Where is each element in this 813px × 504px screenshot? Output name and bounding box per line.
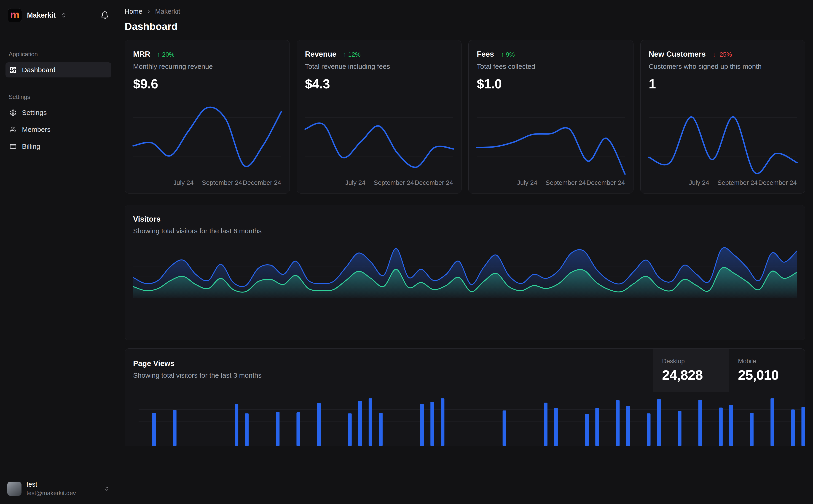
page-views-bar-chart bbox=[138, 397, 805, 446]
stat-description: Customers who signed up this month bbox=[649, 63, 797, 70]
makerkit-logo: m bbox=[8, 8, 22, 22]
sidebar: m Makerkit Application Dashboard bbox=[0, 0, 117, 504]
sidebar-item-label: Members bbox=[22, 126, 50, 133]
visitors-subtitle: Showing total visitors for the last 6 mo… bbox=[133, 227, 797, 235]
avatar bbox=[7, 482, 21, 496]
sidebar-item-settings[interactable]: Settings bbox=[5, 105, 111, 120]
sidebar-nav: Application Dashboard Settings Settings … bbox=[5, 51, 111, 156]
stat-title: Fees bbox=[477, 50, 494, 58]
users-icon bbox=[10, 126, 16, 133]
mrr-sparkline-chart bbox=[133, 98, 281, 176]
x-axis-labels: July 24 September 24 December 24 bbox=[133, 176, 281, 187]
stat-description: Total fees collected bbox=[477, 63, 625, 70]
sidebar-item-label: Billing bbox=[22, 143, 40, 150]
chevrons-up-down-icon bbox=[61, 12, 67, 18]
stat-value: $4.3 bbox=[305, 76, 453, 91]
nav-section-settings: Settings bbox=[5, 93, 111, 101]
breadcrumb-home[interactable]: Home bbox=[125, 8, 142, 15]
tab-value: 24,828 bbox=[662, 367, 720, 383]
arrow-up-icon: ↑ bbox=[157, 51, 160, 58]
sidebar-item-members[interactable]: Members bbox=[5, 122, 111, 137]
new-customers-sparkline-chart bbox=[649, 98, 797, 176]
sidebar-item-label: Dashboard bbox=[22, 66, 56, 74]
x-axis-labels: July 24 September 24 December 24 bbox=[649, 176, 797, 187]
stat-value: $1.0 bbox=[477, 76, 625, 91]
gear-icon bbox=[10, 109, 16, 116]
page-title: Dashboard bbox=[125, 21, 805, 32]
org-switcher[interactable]: m Makerkit bbox=[8, 8, 67, 22]
stat-change-badge: ↑ 20% bbox=[157, 51, 174, 58]
stat-title: Revenue bbox=[305, 50, 337, 58]
bell-icon bbox=[100, 11, 109, 20]
tab-value: 25,010 bbox=[738, 367, 796, 383]
nav-section-application: Application bbox=[5, 51, 111, 58]
visitors-area-chart bbox=[133, 245, 797, 361]
dashboard-grid-icon bbox=[10, 66, 16, 73]
tab-desktop[interactable]: Desktop 24,828 bbox=[653, 349, 729, 392]
stat-description: Total revenue including fees bbox=[305, 63, 453, 70]
notifications-bell-button[interactable] bbox=[100, 11, 109, 20]
visitors-card: Visitors Showing total visitors for the … bbox=[125, 205, 805, 340]
sidebar-item-billing[interactable]: Billing bbox=[5, 139, 111, 154]
stat-value: 1 bbox=[649, 76, 797, 91]
breadcrumb: Home Makerkit bbox=[125, 8, 805, 15]
org-name: Makerkit bbox=[27, 11, 56, 19]
x-axis-labels: July 24 September 24 December 24 bbox=[477, 176, 625, 187]
page-views-title: Page Views bbox=[133, 359, 645, 368]
stat-change-badge: ↓ -25% bbox=[713, 51, 732, 58]
sidebar-item-label: Settings bbox=[22, 109, 47, 117]
fees-sparkline-chart bbox=[477, 98, 625, 176]
sidebar-item-dashboard[interactable]: Dashboard bbox=[5, 62, 111, 77]
arrow-up-icon: ↑ bbox=[501, 51, 504, 58]
chevron-right-icon bbox=[146, 9, 151, 14]
credit-card-icon bbox=[10, 143, 16, 150]
logo-letter: m bbox=[10, 9, 20, 20]
user-menu[interactable]: test test@makerkit.dev bbox=[5, 479, 111, 498]
stat-card-mrr: MRR ↑ 20% Monthly recurring revenue $9.6… bbox=[125, 40, 290, 194]
user-email: test@makerkit.dev bbox=[27, 490, 76, 497]
stat-title: MRR bbox=[133, 50, 150, 58]
page-views-header: Page Views Showing total visitors for th… bbox=[125, 349, 805, 392]
tab-label: Desktop bbox=[662, 358, 720, 365]
revenue-sparkline-chart bbox=[305, 98, 453, 176]
stat-title: New Customers bbox=[649, 50, 706, 58]
stat-value: $9.6 bbox=[133, 76, 281, 91]
arrow-down-icon: ↓ bbox=[713, 51, 716, 58]
stat-change-badge: ↑ 9% bbox=[501, 51, 515, 58]
stats-row: MRR ↑ 20% Monthly recurring revenue $9.6… bbox=[125, 40, 805, 194]
page-views-subtitle: Showing total visitors for the last 3 mo… bbox=[133, 371, 645, 379]
page-views-card: Page Views Showing total visitors for th… bbox=[125, 348, 805, 446]
stat-description: Monthly recurring revenue bbox=[133, 63, 281, 70]
stat-change-badge: ↑ 12% bbox=[343, 51, 361, 58]
arrow-up-icon: ↑ bbox=[343, 51, 347, 58]
breadcrumb-current: Makerkit bbox=[155, 8, 180, 15]
user-name: test bbox=[27, 481, 76, 488]
stat-card-fees: Fees ↑ 9% Total fees collected $1.0 July… bbox=[468, 40, 634, 194]
app-root: m Makerkit Application Dashboard bbox=[0, 0, 813, 504]
tab-mobile[interactable]: Mobile 25,010 bbox=[729, 349, 805, 392]
stat-card-revenue: Revenue ↑ 12% Total revenue including fe… bbox=[297, 40, 462, 194]
visitors-title: Visitors bbox=[133, 215, 797, 223]
chevrons-up-down-icon bbox=[104, 486, 109, 491]
x-axis-labels: July 24 September 24 December 24 bbox=[305, 176, 453, 187]
main-content: Home Makerkit Dashboard MRR ↑ 20% Monthl… bbox=[117, 0, 813, 504]
tab-label: Mobile bbox=[738, 358, 796, 365]
stat-card-new-customers: New Customers ↓ -25% Customers who signe… bbox=[640, 40, 805, 194]
